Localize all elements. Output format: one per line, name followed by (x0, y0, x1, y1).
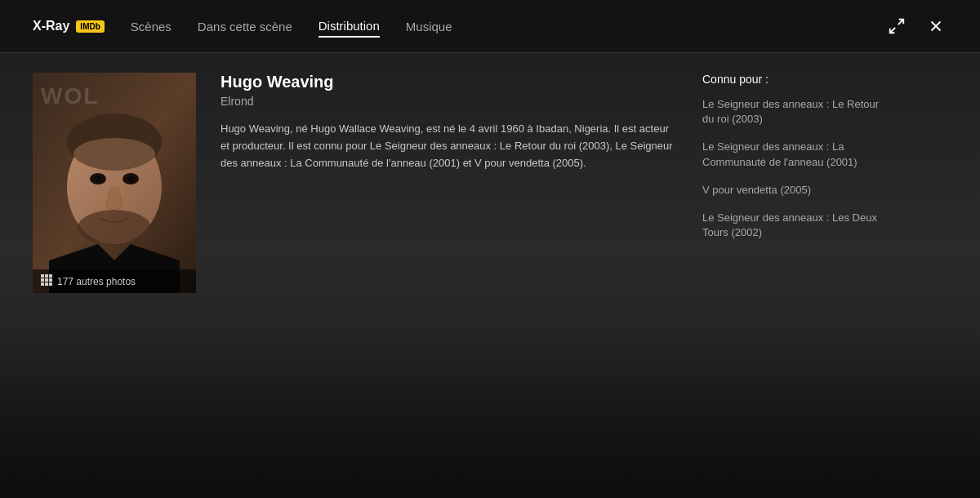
expand-button[interactable] (885, 15, 908, 38)
bg-fade (0, 335, 980, 498)
svg-point-8 (74, 138, 155, 171)
nav-item-distribution[interactable]: Distribution (318, 16, 380, 38)
svg-line-1 (890, 28, 895, 33)
svg-rect-18 (45, 278, 48, 282)
main-overlay: X-Ray IMDb Scènes Dans cette scène Distr… (0, 0, 980, 498)
svg-rect-16 (49, 274, 52, 278)
known-for-item-3[interactable]: Le Seigneur des anneaux : Les Deux Tours… (702, 211, 890, 240)
svg-rect-20 (41, 282, 44, 286)
imdb-badge: IMDb (76, 20, 104, 33)
svg-rect-14 (41, 274, 44, 278)
nav-item-dans-cette-scene[interactable]: Dans cette scène (198, 16, 292, 37)
photo-label[interactable]: 177 autres photos (33, 269, 196, 293)
svg-rect-17 (41, 278, 44, 282)
svg-point-13 (78, 210, 151, 246)
known-for-item-1[interactable]: Le Seigneur des anneaux : La Communauté … (702, 140, 890, 169)
svg-rect-15 (45, 274, 48, 278)
actor-info: Hugo Weaving Elrond Hugo Weaving, né Hug… (220, 73, 678, 293)
svg-rect-19 (49, 278, 52, 282)
xray-text: X-Ray (33, 19, 69, 33)
actor-name: Hugo Weaving (220, 73, 678, 91)
actor-bio: Hugo Weaving, né Hugo Wallace Weaving, e… (220, 121, 678, 171)
known-for-item-0[interactable]: Le Seigneur des anneaux : Le Retour du r… (702, 97, 890, 127)
svg-rect-21 (45, 282, 48, 286)
known-for-title: Connu pour : (702, 73, 890, 86)
svg-line-0 (898, 20, 903, 24)
nav-item-musique[interactable]: Musique (406, 16, 452, 37)
grid-icon (41, 274, 52, 288)
close-button[interactable] (924, 15, 947, 38)
nav-bar: X-Ray IMDb Scènes Dans cette scène Distr… (0, 0, 980, 53)
photo-count-label: 177 autres photos (57, 276, 136, 287)
actor-photo-img: WOL (33, 73, 196, 293)
actor-photo: WOL (33, 73, 196, 293)
known-for-section: Connu pour : Le Seigneur des anneaux : L… (702, 73, 890, 293)
actor-role: Elrond (220, 95, 678, 108)
svg-point-11 (95, 176, 101, 182)
known-for-item-2[interactable]: V pour vendetta (2005) (702, 183, 890, 198)
xray-label: X-Ray IMDb (33, 19, 105, 33)
nav-item-scenes[interactable]: Scènes (131, 16, 172, 37)
content-area: WOL (0, 53, 980, 313)
svg-rect-22 (49, 282, 52, 286)
svg-point-12 (127, 176, 134, 182)
svg-text:WOL: WOL (41, 83, 99, 109)
nav-icons (885, 15, 947, 38)
